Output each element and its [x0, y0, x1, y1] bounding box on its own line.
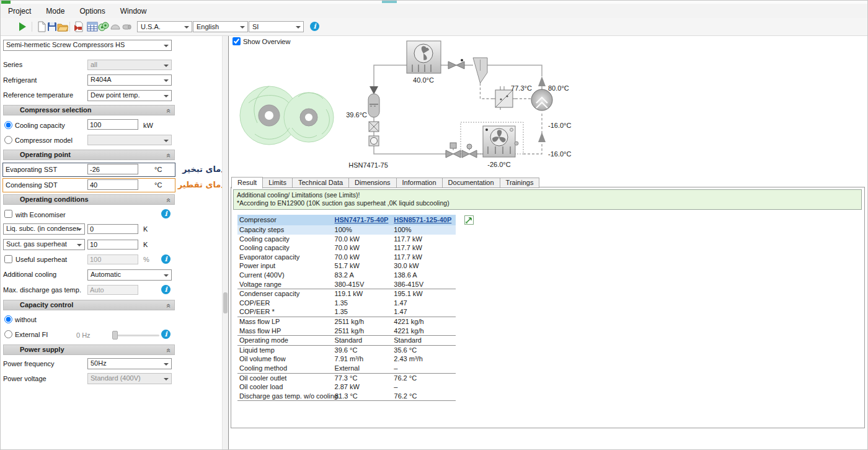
info-icon[interactable]: i: [161, 330, 170, 339]
chevron-down-icon: [164, 140, 169, 142]
table-row: Current (400V)83.2 A138.6 A: [237, 271, 456, 280]
menu-project[interactable]: Project: [1, 4, 38, 18]
condenser-dome-icon[interactable]: [110, 21, 121, 32]
spreadsheet-icon[interactable]: [87, 21, 98, 32]
economiser-checkbox[interactable]: [4, 210, 12, 218]
section-power-supply[interactable]: Power supply«: [3, 344, 175, 355]
power-voltage-value: Standard (400V): [91, 374, 141, 382]
header-compressor: Compressor: [237, 215, 335, 225]
evaporating-sst-input[interactable]: [87, 164, 138, 174]
section-capacity-control[interactable]: Capacity control«: [3, 300, 175, 310]
additional-cooling-select[interactable]: Automatic: [87, 269, 172, 281]
section-operating-conditions[interactable]: Operating conditions«: [3, 194, 175, 205]
condensing-sdt-input[interactable]: [87, 179, 138, 190]
table-row: COP/EER *1.351.47: [237, 307, 456, 317]
run-icon[interactable]: [17, 21, 28, 32]
region-select[interactable]: U.S.A.: [137, 21, 192, 32]
oil-cooler-temp-label: 77.3°C: [511, 84, 532, 92]
reference-temperature-select[interactable]: Dew point temp.: [87, 90, 172, 101]
section-compressor-selection[interactable]: Compressor selection«: [3, 105, 175, 115]
compressor-link-1[interactable]: HSN7471-75-40P: [335, 216, 389, 223]
sight-glass-icon: [369, 136, 379, 146]
power-frequency-value: 50Hz: [91, 359, 107, 367]
results-table: Compressor HSN7471-75-40P HSN8571-125-40…: [237, 215, 456, 401]
language-select[interactable]: English: [193, 21, 248, 32]
chevron-down-icon: [164, 65, 169, 67]
suction-superheat-input[interactable]: [87, 240, 138, 250]
sidebar-scrollbar[interactable]: [222, 36, 228, 450]
new-document-icon[interactable]: [36, 21, 47, 32]
section-title: Capacity control: [20, 301, 73, 308]
expansion-valve-icon: [462, 144, 477, 158]
tab-technical-data[interactable]: Technical Data: [293, 178, 349, 188]
open-folder-icon[interactable]: [57, 21, 68, 32]
cooling-capacity-radio[interactable]: [4, 121, 12, 129]
power-voltage-label: Power voltage: [3, 375, 46, 382]
chevron-down-icon: [164, 363, 169, 366]
collapse-chevron-icon[interactable]: «: [164, 348, 173, 353]
condenser-icon: [407, 41, 441, 73]
power-frequency-select[interactable]: 50Hz: [87, 358, 172, 369]
result-tabs: Result Limits Technical Data Dimensions …: [231, 177, 539, 187]
section-title: Operating point: [20, 151, 71, 158]
info-icon[interactable]: i: [310, 22, 319, 31]
table-row: Cooling methodExternal–: [237, 364, 456, 374]
receiver-tank-icon[interactable]: [121, 21, 132, 32]
tab-result[interactable]: Result: [231, 177, 263, 189]
compressor-model-radio[interactable]: [4, 136, 12, 144]
table-row: COP/EER1.351.47: [237, 299, 456, 308]
without-radio[interactable]: [4, 315, 12, 323]
info-icon[interactable]: i: [161, 285, 170, 294]
sidebar: Semi-hermetic Screw Compressors HS Serie…: [1, 36, 223, 450]
condenser-temp-label: 40.0°C: [413, 76, 434, 84]
tab-dimensions[interactable]: Dimensions: [349, 178, 396, 188]
pdf-export-icon[interactable]: [73, 21, 84, 32]
power-voltage-select: Standard (400V): [87, 373, 172, 384]
info-icon[interactable]: i: [161, 254, 170, 264]
product-family-select[interactable]: Semi-hermetic Screw Compressors HS: [3, 40, 172, 51]
table-row: Discharge gas temp. w/o cooling.81.3 °C7…: [237, 392, 456, 402]
liquid-receiver-icon: [368, 94, 379, 117]
liq-subcooling-select[interactable]: Liq. subc. (in condenser: [3, 223, 85, 235]
refrigerant-select[interactable]: R404A: [87, 74, 172, 86]
language-value: English: [197, 23, 219, 30]
external-fi-radio[interactable]: [4, 330, 12, 338]
section-operating-point[interactable]: Operating point«: [3, 150, 175, 160]
useful-superheat-checkbox[interactable]: [4, 255, 12, 263]
frequency-slider-track[interactable]: [112, 335, 159, 336]
liq-subcooling-input[interactable]: [87, 224, 138, 234]
menu-options[interactable]: Options: [72, 4, 112, 18]
compressor-link-2[interactable]: HSN8571-125-40P: [394, 216, 451, 223]
compressor-icon: [531, 89, 552, 110]
info-icon[interactable]: i: [161, 209, 170, 218]
menu-mode[interactable]: Mode: [38, 4, 72, 18]
solenoid-valve-icon: [446, 143, 461, 158]
condensing-sdt-unit: °C: [154, 181, 162, 189]
external-fi-value: 0 Hz: [76, 331, 91, 339]
tab-limits[interactable]: Limits: [263, 178, 293, 188]
frequency-slider-thumb[interactable]: [112, 331, 118, 340]
collapse-chevron-icon[interactable]: «: [164, 109, 173, 113]
evaporator-icon: [483, 126, 518, 157]
save-icon[interactable]: [46, 21, 58, 32]
units-select[interactable]: SI: [249, 21, 304, 32]
collapse-chevron-icon[interactable]: «: [164, 198, 173, 202]
tab-documentation[interactable]: Documentation: [443, 178, 500, 188]
suction-temp-upper-label: -16.0°C: [548, 122, 571, 129]
oil-separator-icon: [473, 58, 487, 83]
table-row: Power input51.7 kW30.0 kW: [237, 261, 456, 271]
tab-information[interactable]: Information: [397, 178, 443, 188]
chevron-down-icon: [164, 45, 169, 47]
useful-superheat-unit: %: [143, 256, 149, 263]
menu-window[interactable]: Window: [113, 4, 154, 18]
eco-rotors-icon[interactable]: [98, 21, 109, 32]
cooling-capacity-input[interactable]: [87, 119, 138, 130]
scrollbar-thumb[interactable]: [223, 292, 228, 313]
without-label: without: [15, 316, 37, 323]
tab-trainings[interactable]: Trainings: [500, 178, 540, 188]
collapse-chevron-icon[interactable]: «: [164, 304, 173, 308]
suction-superheat-select[interactable]: Suct. gas superheat: [3, 239, 85, 250]
pipes: [374, 65, 542, 154]
collapse-chevron-icon[interactable]: «: [164, 153, 173, 158]
export-table-icon[interactable]: [464, 215, 474, 225]
